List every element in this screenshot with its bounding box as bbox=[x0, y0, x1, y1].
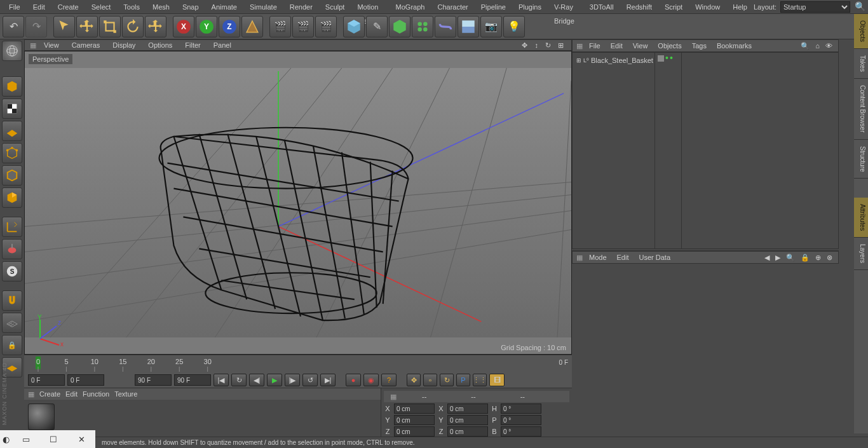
workplane-grid-icon[interactable] bbox=[2, 313, 22, 333]
menu-select[interactable]: Select bbox=[85, 0, 118, 14]
menu-sculpt[interactable]: Sculpt bbox=[319, 0, 351, 14]
move-tool[interactable] bbox=[76, 16, 98, 37]
tweak-mode[interactable] bbox=[2, 239, 22, 259]
key-pos-button[interactable]: ✥ bbox=[407, 374, 421, 386]
lock-workplane-icon[interactable]: 🔒 bbox=[2, 335, 22, 355]
add-environment[interactable] bbox=[458, 16, 479, 37]
obj-menu-edit[interactable]: Edit bbox=[607, 42, 627, 50]
goto-end-button[interactable]: ▶| bbox=[320, 374, 336, 386]
undo-button[interactable]: ↶ bbox=[3, 16, 24, 37]
coord-y[interactable] bbox=[394, 415, 435, 425]
keyframe-sel-button[interactable]: ? bbox=[381, 374, 397, 386]
coord-z[interactable] bbox=[394, 426, 435, 437]
vp-menu-filter[interactable]: Filter bbox=[180, 41, 205, 49]
add-array[interactable] bbox=[412, 16, 433, 37]
add-nurbs[interactable] bbox=[389, 16, 410, 37]
attr-menu-mode[interactable]: Mode bbox=[585, 254, 611, 261]
menu-help[interactable]: Help bbox=[726, 0, 754, 14]
menu-character[interactable]: Character bbox=[431, 0, 474, 14]
rot-b[interactable] bbox=[501, 426, 541, 437]
tab-content-browser[interactable]: Content Browser bbox=[854, 79, 868, 139]
menu-simulate[interactable]: Simulate bbox=[243, 0, 283, 14]
add-cube[interactable] bbox=[343, 16, 365, 37]
snap-mode[interactable]: S bbox=[2, 261, 22, 282]
play-button[interactable]: ▶ bbox=[267, 374, 282, 386]
layout-dropdown[interactable]: Startup bbox=[780, 1, 850, 13]
rot-h[interactable] bbox=[501, 404, 541, 414]
expand-icon[interactable]: ⊞ bbox=[576, 57, 581, 64]
attr-menu-edit[interactable]: Edit bbox=[613, 254, 633, 261]
y-axis-lock[interactable]: Y bbox=[196, 16, 217, 37]
frame-end-vis-field[interactable] bbox=[135, 374, 172, 386]
obj-menu-objects[interactable]: Objects bbox=[654, 42, 685, 50]
edge-mode[interactable] bbox=[2, 165, 22, 186]
key-rot-button[interactable]: ↻ bbox=[440, 374, 454, 386]
goto-start-button[interactable]: |◀ bbox=[214, 374, 229, 386]
key-param-button[interactable]: P bbox=[456, 374, 470, 386]
redo-button[interactable]: ↷ bbox=[25, 16, 47, 37]
coord-x[interactable] bbox=[394, 404, 435, 414]
obj-menu-bookmarks[interactable]: Bookmarks bbox=[713, 42, 756, 50]
key-scale-button[interactable]: ▫ bbox=[423, 374, 437, 386]
menu-3dtoall[interactable]: 3DToAll bbox=[583, 0, 620, 14]
size-y[interactable] bbox=[447, 415, 488, 425]
model-mode[interactable] bbox=[2, 76, 22, 97]
menu-script[interactable]: Script bbox=[658, 0, 689, 14]
menu-snap[interactable]: Snap bbox=[176, 0, 205, 14]
menu-vray[interactable]: V-Ray Bridge bbox=[548, 0, 583, 14]
menu-file[interactable]: File bbox=[3, 0, 27, 14]
point-mode[interactable] bbox=[2, 143, 22, 163]
menu-tools[interactable]: Tools bbox=[117, 0, 146, 14]
select-tool[interactable] bbox=[53, 16, 75, 37]
ff-button[interactable]: ↺ bbox=[302, 374, 318, 386]
frame-start-field[interactable] bbox=[28, 374, 65, 386]
minimize-button[interactable]: ▭ bbox=[12, 430, 40, 448]
attr-nav-icons[interactable]: ◀ ▶ 🔍 🔒 ⊕ ⊗ bbox=[764, 254, 834, 262]
add-camera[interactable]: 📷 bbox=[480, 16, 502, 37]
axis-mode[interactable] bbox=[2, 217, 22, 237]
z-axis-lock[interactable]: Z bbox=[219, 16, 240, 37]
viewport-3d[interactable]: Perspective Grid Spacing : 10 cm Y x z bbox=[24, 51, 572, 355]
menu-create[interactable]: Create bbox=[51, 0, 85, 14]
scale-tool[interactable] bbox=[99, 16, 121, 37]
frame-end-field[interactable] bbox=[174, 374, 211, 386]
render-pv[interactable]: 🎬 bbox=[292, 16, 314, 37]
key-pla-button[interactable]: ⋮⋮ bbox=[473, 374, 487, 386]
vp-menu-options[interactable]: Options bbox=[143, 41, 177, 49]
polygon-mode[interactable] bbox=[2, 187, 22, 208]
tab-attributes[interactable]: Attributes bbox=[854, 198, 868, 238]
prev-frame-button[interactable]: ◀| bbox=[249, 374, 264, 386]
timeline-ruler[interactable]: 051015202530354045505560657075808590 0 F bbox=[24, 355, 572, 372]
loop-button[interactable]: ↻ bbox=[231, 374, 247, 386]
menu-window[interactable]: Window bbox=[689, 0, 726, 14]
coord-system[interactable] bbox=[241, 16, 263, 37]
viewport-nav-icons[interactable]: ✥ ↕ ↻ ⊞ bbox=[522, 41, 571, 50]
menu-edit[interactable]: Edit bbox=[27, 0, 51, 14]
autokey-button[interactable]: ◉ bbox=[363, 374, 379, 386]
object-name[interactable]: Black_Steel_Basket bbox=[591, 57, 653, 64]
close-button[interactable]: ✕ bbox=[67, 430, 95, 448]
render-view[interactable]: 🎬 bbox=[269, 16, 291, 37]
obj-menu-file[interactable]: File bbox=[585, 42, 604, 50]
mat-menu-create[interactable]: Create bbox=[39, 390, 60, 398]
vis-editor-dot[interactable]: • bbox=[665, 55, 668, 62]
obj-panel-icons[interactable]: 🔍 ⌂ 👁 bbox=[801, 42, 834, 50]
menu-mograph[interactable]: MoGraph bbox=[390, 0, 431, 14]
mat-menu-edit[interactable]: Edit bbox=[65, 390, 78, 398]
vp-menu-panel[interactable]: Panel bbox=[208, 41, 236, 49]
mat-menu-texture[interactable]: Texture bbox=[114, 390, 137, 398]
menu-render[interactable]: Render bbox=[283, 0, 319, 14]
obj-menu-tags[interactable]: Tags bbox=[688, 42, 710, 50]
globe-icon[interactable] bbox=[2, 41, 22, 61]
x-axis-lock[interactable]: X bbox=[173, 16, 194, 37]
menu-pipeline[interactable]: Pipeline bbox=[475, 0, 512, 14]
tab-layers[interactable]: Layers bbox=[854, 238, 868, 270]
magnet-icon[interactable] bbox=[2, 290, 22, 311]
menu-animate[interactable]: Animate bbox=[205, 0, 243, 14]
record-button[interactable]: ● bbox=[346, 374, 361, 386]
material-thumbnail[interactable] bbox=[28, 404, 55, 430]
menu-motion-tracker[interactable]: Motion Tracker bbox=[351, 0, 389, 14]
maximize-button[interactable]: ☐ bbox=[40, 430, 68, 448]
last-tool[interactable] bbox=[145, 16, 166, 37]
size-x[interactable] bbox=[447, 404, 488, 414]
